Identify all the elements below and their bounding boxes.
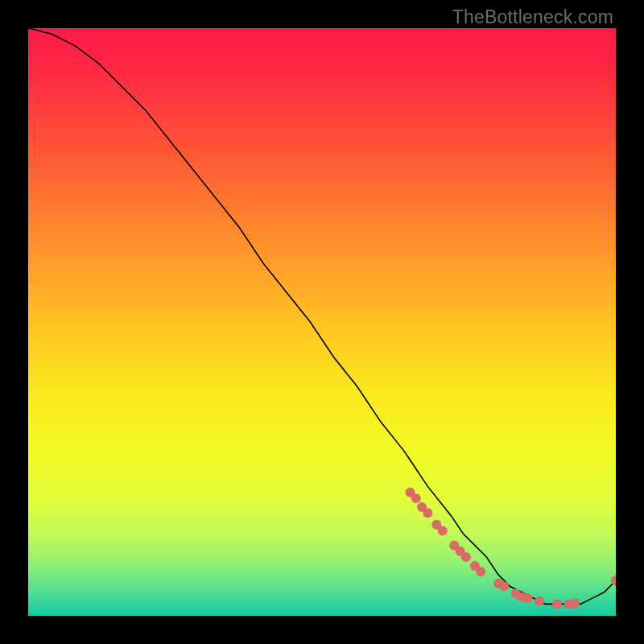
data-marker	[411, 493, 421, 503]
gradient-background	[28, 28, 616, 616]
chart-svg	[28, 28, 616, 616]
data-marker	[570, 598, 580, 608]
data-marker	[461, 552, 471, 562]
data-marker	[476, 567, 485, 576]
data-marker	[423, 508, 432, 518]
data-marker	[523, 593, 533, 603]
data-marker	[499, 582, 509, 592]
data-marker	[535, 597, 544, 606]
data-marker	[552, 599, 562, 609]
plot-area	[28, 28, 616, 616]
chart-stage: TheBottleneck.com	[0, 0, 644, 644]
data-marker	[438, 526, 448, 535]
watermark-text: TheBottleneck.com	[452, 6, 613, 28]
